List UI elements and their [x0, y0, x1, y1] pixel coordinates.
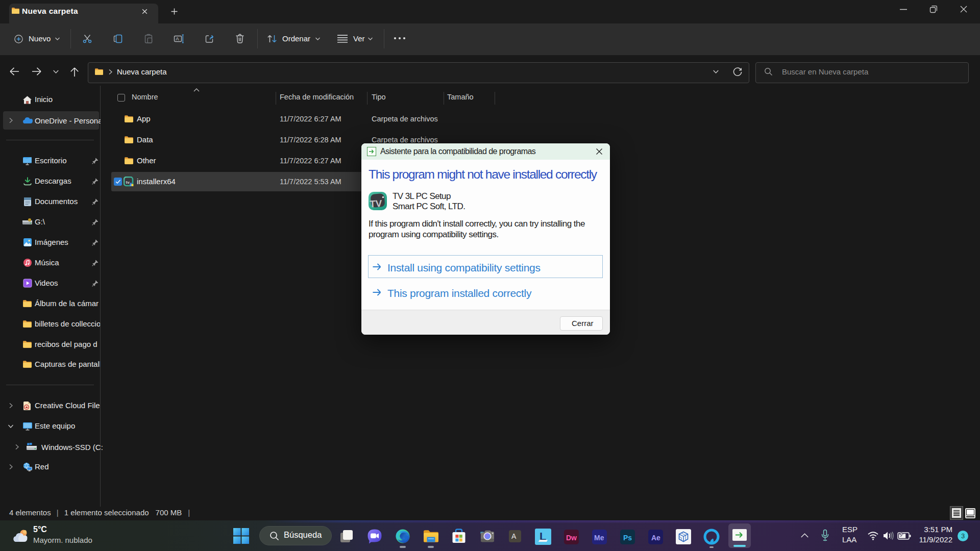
svg-text:tv: tv — [126, 180, 130, 185]
svg-text:A: A — [176, 36, 179, 41]
svg-text:TV: TV — [369, 198, 382, 209]
